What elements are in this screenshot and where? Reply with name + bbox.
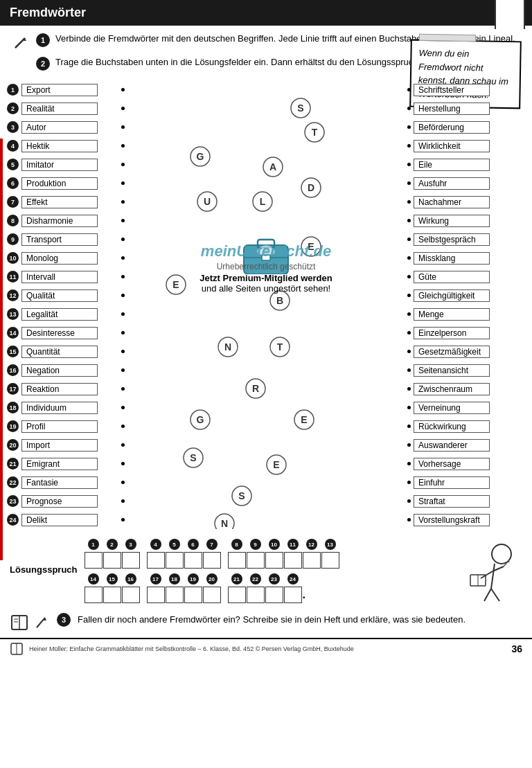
pencil2-icon: [33, 614, 50, 631]
sol-num-label: 9: [247, 539, 265, 550]
word-label: Import: [21, 439, 98, 452]
connection-dot-right: [407, 88, 411, 91]
sol-num-label: 10: [265, 539, 283, 550]
sol-input-box: [184, 552, 202, 569]
svg-text:A: A: [269, 161, 276, 172]
step3-icons: [10, 613, 50, 632]
connection-dot-right: [407, 462, 411, 465]
left-word-item: 5 Imitator: [7, 155, 125, 174]
sol-num-label: 15: [103, 573, 121, 584]
letter-connections-svg: S T G A D U L E E B: [125, 80, 407, 529]
svg-line-49: [491, 564, 495, 589]
connection-dot-right: [407, 312, 411, 316]
connection-dot-right: [407, 181, 411, 185]
page-header: Fremdwörter 36: [0, 0, 532, 26]
word-label-right: Vorstellungskraft: [414, 514, 490, 526]
word-number: 14: [7, 327, 19, 339]
left-word-item: 10 Monolog: [7, 249, 125, 267]
right-word-item: Menge: [407, 305, 525, 323]
sol-input-box: [184, 587, 202, 603]
left-word-item: 18 Individuum: [7, 398, 125, 417]
word-label: Profil: [21, 420, 98, 433]
sol-num-label: 17: [147, 573, 165, 584]
word-label-right: Auswanderer: [414, 439, 490, 452]
connection-dot-right: [407, 425, 411, 428]
sol-num-label: 5: [166, 539, 184, 550]
left-word-item: 19 Profil: [7, 417, 125, 436]
svg-text:G: G: [197, 151, 204, 162]
sol-num-label: 21: [228, 573, 246, 584]
word-label-right: Herstellung: [414, 102, 490, 115]
sol-input-box: [247, 587, 265, 603]
right-word-item: Rückwirkung: [407, 417, 525, 436]
right-word-item: Schriftsteller: [407, 80, 525, 99]
word-number: 5: [7, 159, 19, 170]
right-word-item: Vorhersage: [407, 454, 525, 473]
svg-text:N: N: [221, 518, 228, 529]
left-word-item: 9 Transport: [7, 230, 125, 249]
sol-num-label: 24: [284, 573, 302, 584]
center-lines-area: S T G A D U L E E B: [125, 80, 407, 529]
left-word-item: 15 Quantität: [7, 342, 125, 361]
word-label-right: Gesetzmäßigkeit: [414, 346, 490, 358]
svg-line-64: [37, 625, 39, 627]
sol-num-label: 8: [228, 539, 246, 550]
left-word-item: 20 Import: [7, 436, 125, 454]
word-label: Desinteresse: [21, 327, 98, 339]
word-number: 24: [7, 514, 19, 526]
svg-point-9: [267, 248, 275, 255]
left-word-item: 21 Emigrant: [7, 454, 125, 473]
word-label-right: Schriftsteller: [414, 84, 490, 96]
word-label-right: Rückwirkung: [414, 420, 490, 433]
sol-input-box: [85, 587, 103, 603]
connection-dot-right: [407, 238, 411, 241]
word-label: Effekt: [21, 196, 98, 208]
word-label: Imitator: [21, 159, 98, 171]
footer-citation: Heiner Müller: Einfache Grammatikblätter…: [29, 645, 354, 652]
left-word-item: 11 Intervall: [7, 267, 125, 286]
sol-input-box: [284, 552, 302, 569]
sol-num-label: 2: [103, 539, 121, 550]
word-label: Export: [21, 84, 98, 96]
solution-area: Lösungsspruch 12345678910111213 14151617…: [0, 532, 532, 607]
sol-num-label: 6: [184, 539, 202, 550]
sol-input-box: [228, 552, 246, 569]
word-label-right: Einzelperson: [414, 327, 490, 339]
word-label: Negation: [21, 364, 98, 377]
connection-dot-right: [407, 256, 411, 260]
sol-period: .: [303, 589, 305, 601]
word-label: Qualität: [21, 289, 98, 302]
left-word-item: 14 Desinteresse: [7, 323, 125, 342]
word-label-right: Wirkung: [414, 215, 490, 227]
word-label: Legalität: [21, 308, 98, 321]
right-word-item: Zwischenraum: [407, 379, 525, 398]
svg-text:G: G: [197, 414, 204, 425]
word-label-right: Straftat: [414, 495, 490, 508]
right-word-item: Vorstellungskraft: [407, 510, 525, 529]
sol-input-box: [321, 552, 339, 569]
sol-num-label: 11: [284, 539, 302, 550]
connection-dot-right: [407, 499, 411, 503]
connection-dot-right: [407, 387, 411, 391]
right-words-column: Schriftsteller Herstellung Beförderung W…: [407, 80, 525, 529]
svg-text:U: U: [204, 196, 211, 207]
connection-dot-right: [407, 163, 411, 166]
svg-text:E: E: [301, 414, 307, 425]
sol-input-box: [166, 552, 184, 569]
sol-input-box: [284, 587, 302, 603]
word-label: Reaktion: [21, 383, 98, 395]
sol-input-box: [147, 587, 165, 603]
sol-input-box: [103, 587, 121, 603]
word-label-right: Seitenansicht: [414, 364, 490, 377]
sol-input-box: [203, 587, 221, 603]
footer-page-number: 36: [511, 643, 522, 654]
sol-input-box: [265, 587, 283, 603]
footer-book-icon: [10, 642, 24, 656]
connection-dot-right: [407, 331, 411, 334]
right-word-item: Herstellung: [407, 99, 525, 118]
right-word-item: Wirkung: [407, 211, 525, 230]
word-label-right: Güte: [414, 271, 490, 283]
solution-label: Lösungsspruch: [10, 564, 78, 575]
solution-row1-labels: 12345678910111213: [85, 539, 339, 550]
connection-dot-right: [407, 443, 411, 447]
